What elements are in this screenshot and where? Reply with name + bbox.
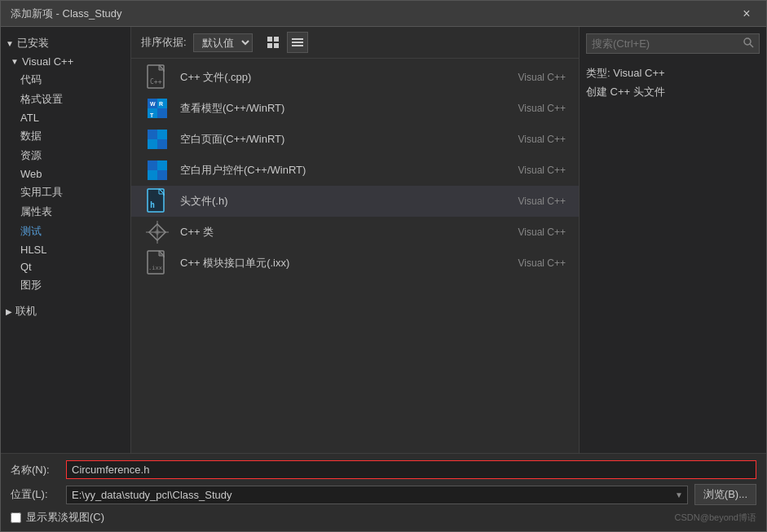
location-select[interactable]: E:\yy_data\study_pcl\Class_Study	[66, 486, 688, 504]
cpp-file-tag: Visual C++	[518, 72, 566, 83]
connected-section[interactable]: ▶ 联机	[1, 301, 130, 321]
blank-page-tag: Visual C++	[518, 134, 566, 145]
sidebar-item-property[interactable]: 属性表	[1, 202, 130, 222]
svg-rect-24	[157, 170, 167, 180]
item-header-file[interactable]: h 头文件(.h) Visual C++	[131, 186, 579, 217]
cpp-class-icon	[144, 219, 170, 245]
sidebar-item-atl[interactable]: ATL	[1, 109, 130, 126]
svg-rect-19	[148, 139, 157, 149]
svg-text:C++: C++	[150, 78, 162, 86]
svg-rect-2	[267, 43, 272, 48]
svg-rect-1	[274, 37, 279, 42]
view-model-name: 查看模型(C++/WinRT)	[180, 101, 518, 116]
blank-user-control-icon	[144, 157, 170, 183]
search-icon	[743, 37, 754, 51]
location-row: 位置(L): E:\yy_data\study_pcl\Class_Study …	[11, 484, 756, 505]
cpp-class-name: C++ 类	[180, 225, 518, 240]
sidebar-item-utility[interactable]: 实用工具	[1, 182, 130, 202]
svg-rect-5	[292, 42, 303, 43]
sidebar-item-format[interactable]: 格式设置	[1, 90, 130, 109]
search-input[interactable]	[592, 37, 738, 50]
center-panel: 排序依据: 默认值 名称 类型	[131, 27, 579, 453]
type-info: 类型: Visual C++	[586, 64, 760, 82]
svg-rect-21	[148, 160, 157, 170]
svg-rect-20	[157, 139, 167, 149]
sidebar-item-graph[interactable]: 图形	[1, 275, 130, 295]
cpp-module-icon: .ixx	[144, 250, 170, 276]
svg-line-34	[750, 44, 753, 47]
svg-text:T: T	[150, 112, 154, 118]
description-info: 创建 C++ 头文件	[586, 82, 760, 101]
sort-label: 排序依据:	[141, 35, 187, 50]
item-blank-page[interactable]: 空白页面(C++/WinRT) Visual C++	[131, 124, 579, 155]
name-label: 名称(N):	[11, 463, 60, 477]
sidebar-item-code[interactable]: 代码	[1, 70, 130, 90]
blank-page-name: 空白页面(C++/WinRT)	[180, 132, 518, 147]
sidebar-item-qt[interactable]: Qt	[1, 258, 130, 275]
view-toggle	[262, 32, 308, 53]
grid-view-button[interactable]	[262, 32, 284, 53]
items-list: C++ C++ 文件(.cpp) Visual C++ W	[131, 59, 579, 453]
cpp-module-name: C++ 模块接口单元(.ixx)	[180, 256, 518, 270]
add-new-item-dialog: 添加新项 - Class_Study × ▼ 已安装 ▼ Visual C++ …	[0, 0, 767, 532]
location-select-wrap: E:\yy_data\study_pcl\Class_Study ▼	[66, 486, 688, 504]
installed-triangle: ▼	[6, 39, 14, 48]
svg-text:.ixx: .ixx	[148, 265, 162, 271]
watermark: CSDN@beyond博语	[675, 512, 756, 524]
cpp-module-tag: Visual C++	[518, 257, 566, 269]
sidebar-item-test[interactable]: 测试	[1, 222, 130, 241]
cpp-file-name: C++ 文件(.cpp)	[180, 70, 518, 85]
name-row: 名称(N):	[11, 460, 756, 479]
svg-rect-17	[148, 130, 157, 139]
header-file-icon: h	[144, 188, 170, 214]
cpp-class-tag: Visual C++	[518, 226, 566, 238]
sidebar-item-data[interactable]: 数据	[1, 126, 130, 146]
blank-user-control-name: 空白用户控件(C++/WinRT)	[180, 163, 518, 178]
toolbar: 排序依据: 默认值 名称 类型	[131, 27, 579, 59]
item-blank-user-control[interactable]: 空白用户控件(C++/WinRT) Visual C++	[131, 155, 579, 186]
svg-rect-23	[148, 170, 157, 180]
svg-text:W: W	[150, 101, 156, 107]
vcpp-label: Visual C++	[22, 55, 73, 68]
svg-rect-3	[274, 43, 279, 48]
cpp-file-icon: C++	[144, 64, 170, 90]
svg-rect-0	[267, 37, 272, 42]
svg-rect-13	[157, 108, 167, 118]
header-file-name: 头文件(.h)	[180, 194, 518, 209]
bottom-check-row: 显示累淡视图(C) CSDN@beyond博语	[11, 510, 756, 525]
vcpp-triangle: ▼	[11, 57, 19, 66]
list-view-button[interactable]	[287, 32, 308, 53]
sidebar-item-resource[interactable]: 资源	[1, 146, 130, 165]
connected-triangle: ▶	[6, 307, 12, 316]
name-input[interactable]	[66, 460, 756, 479]
right-panel-info: 类型: Visual C++ 创建 C++ 头文件	[586, 64, 760, 102]
item-cpp-module[interactable]: .ixx C++ 模块接口单元(.ixx) Visual C++	[131, 248, 579, 279]
view-model-tag: Visual C++	[518, 103, 566, 114]
show-all-checkbox[interactable]	[11, 512, 21, 523]
installed-section[interactable]: ▼ 已安装	[1, 33, 130, 53]
sort-select[interactable]: 默认值 名称 类型	[193, 33, 253, 52]
svg-point-33	[744, 38, 751, 45]
svg-rect-6	[292, 45, 303, 46]
view-model-icon: W R T	[144, 95, 170, 121]
sidebar-item-hlsl[interactable]: HLSL	[1, 241, 130, 258]
sidebar-item-web[interactable]: Web	[1, 165, 130, 182]
svg-text:R: R	[159, 101, 163, 107]
titlebar: 添加新项 - Class_Study ×	[1, 1, 766, 27]
location-label: 位置(L):	[11, 487, 60, 502]
blank-page-icon	[144, 126, 170, 152]
svg-text:h: h	[150, 200, 155, 209]
close-button[interactable]: ×	[737, 4, 756, 24]
item-cpp-file[interactable]: C++ C++ 文件(.cpp) Visual C++	[131, 62, 579, 93]
main-content: ▼ 已安装 ▼ Visual C++ 代码 格式设置 ATL 数据 资源 Web…	[1, 27, 766, 453]
header-file-tag: Visual C++	[518, 196, 566, 207]
item-cpp-class[interactable]: C++ 类 Visual C++	[131, 217, 579, 248]
browse-button[interactable]: 浏览(B)...	[694, 484, 756, 505]
vcpp-section[interactable]: ▼ Visual C++	[1, 53, 130, 70]
item-view-model[interactable]: W R T 查看模型(C++/WinRT) Visual C++	[131, 93, 579, 124]
svg-marker-8	[159, 65, 164, 70]
svg-rect-18	[157, 130, 167, 139]
show-all-label[interactable]: 显示累淡视图(C)	[11, 510, 104, 525]
sidebar: ▼ 已安装 ▼ Visual C++ 代码 格式设置 ATL 数据 资源 Web…	[1, 27, 131, 453]
right-panel: 类型: Visual C++ 创建 C++ 头文件	[579, 27, 766, 453]
